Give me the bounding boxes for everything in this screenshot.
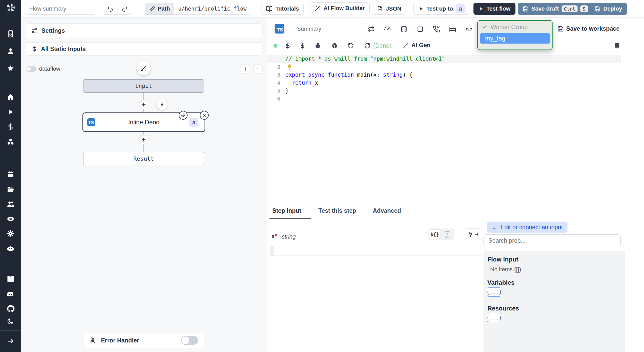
- ai-wand-button[interactable]: [137, 61, 151, 75]
- deploy-label: Deploy: [603, 5, 622, 12]
- sidebar-expand-icon[interactable]: [0, 335, 21, 347]
- sidebar-item-workers[interactable]: [0, 243, 21, 254]
- variables-object-chip[interactable]: {...}: [487, 287, 501, 297]
- sleep-bed-icon[interactable]: [449, 26, 456, 33]
- runtime-label[interactable]: (Deno): [373, 42, 391, 49]
- sidebar-item-resources[interactable]: [0, 136, 21, 148]
- variable-picker-icon[interactable]: [284, 42, 291, 49]
- all-static-inputs-label: All Static Inputs: [41, 46, 86, 53]
- editor-lang-badge: TS: [275, 24, 284, 34]
- all-static-inputs-row[interactable]: All Static Inputs: [26, 42, 262, 56]
- step-node-label: Inline Deno: [128, 119, 159, 126]
- sidebar-item-home[interactable]: [0, 91, 21, 103]
- flow-summary-input[interactable]: [25, 3, 95, 15]
- windmill-logo-icon[interactable]: [0, 2, 21, 13]
- package-icon[interactable]: [331, 42, 338, 49]
- input-mode-toggle: ${} ƒ: [428, 228, 454, 240]
- trigger-button[interactable]: [157, 99, 167, 110]
- sidebar-item-folders[interactable]: [0, 184, 21, 195]
- sidebar-item-workspace[interactable]: [0, 28, 21, 39]
- cache-database-icon[interactable]: [400, 26, 408, 33]
- add-step-button[interactable]: [139, 135, 148, 144]
- tab-step-input[interactable]: Step Input: [272, 207, 301, 214]
- script-library-icon[interactable]: [613, 42, 620, 49]
- move-step-button[interactable]: [179, 111, 188, 120]
- flow-input-empty: No items ([]): [490, 266, 521, 273]
- package-icon[interactable]: [315, 42, 321, 49]
- wand-sparkles-icon: [403, 42, 409, 48]
- result-node[interactable]: Result: [83, 152, 204, 165]
- delete-step-button[interactable]: [200, 111, 209, 120]
- suspend-phone-icon[interactable]: [433, 26, 440, 33]
- test-up-to-button[interactable]: Test up to a: [413, 3, 470, 15]
- template-mode-button[interactable]: ${}: [429, 230, 441, 239]
- function-mode-button[interactable]: ƒ: [441, 230, 453, 239]
- error-handler-row[interactable]: Error Handler: [83, 333, 204, 348]
- sidebar-item-docs[interactable]: [0, 273, 21, 285]
- resources-object-chip[interactable]: {...}: [487, 313, 501, 322]
- step-summary-input[interactable]: [293, 23, 362, 35]
- tutorials-button[interactable]: Tutorials: [261, 3, 304, 15]
- early-stop-icon[interactable]: [417, 26, 424, 33]
- search-prop-input[interactable]: [484, 234, 621, 247]
- path-control[interactable]: Path u/henri/prolific_flow: [145, 3, 251, 15]
- retry-icon[interactable]: [368, 26, 375, 33]
- json-button[interactable]: JSON: [372, 3, 406, 15]
- zoom-in-button[interactable]: +: [241, 64, 250, 73]
- reset-rotate-icon[interactable]: [347, 42, 354, 49]
- sidebar-item-settings[interactable]: [0, 228, 21, 239]
- refresh-runtime-icon[interactable]: [364, 42, 371, 49]
- concurrency-gauge-icon[interactable]: [384, 26, 391, 33]
- mock-voicemail-icon[interactable]: [465, 26, 473, 33]
- save-draft-label: Save draft: [531, 5, 559, 12]
- path-edit-button[interactable]: Path: [145, 3, 174, 14]
- sidebar-item-github[interactable]: [0, 303, 21, 314]
- sidebar-item-user[interactable]: [0, 45, 21, 57]
- flow-settings-row[interactable]: Settings: [26, 23, 262, 38]
- undo-button[interactable]: [103, 3, 117, 14]
- sidebar-item-discord[interactable]: [0, 289, 21, 300]
- sidebar-item-audit-logs[interactable]: [0, 213, 21, 225]
- tab-test-this-step[interactable]: Test this step: [318, 207, 356, 214]
- arrow-right-icon: [474, 232, 479, 237]
- resource-picker-icon[interactable]: [299, 42, 306, 49]
- sidebar-item-schedules[interactable]: [0, 169, 21, 180]
- tab-advanced[interactable]: Advanced: [373, 207, 401, 214]
- sidebar-item-groups[interactable]: [0, 199, 21, 210]
- edit-or-connect-chip[interactable]: ← Edit or connect an input: [487, 222, 567, 233]
- save-draft-button[interactable]: Save draft Ctrl S: [518, 3, 593, 15]
- close-icon: [202, 113, 207, 118]
- sidebar-item-runs[interactable]: [0, 106, 21, 118]
- book-open-icon: [266, 6, 273, 12]
- input-node[interactable]: Input: [83, 79, 204, 93]
- add-step-button[interactable]: [139, 100, 148, 109]
- path-value[interactable]: u/henri/prolific_flow: [174, 3, 251, 14]
- sidebar-item-favorites[interactable]: [0, 63, 21, 74]
- test-flow-button[interactable]: Test flow: [473, 3, 515, 15]
- zoom-out-button[interactable]: −: [253, 64, 262, 73]
- ai-flow-builder-button[interactable]: AI Flow Builder: [310, 2, 370, 14]
- topbar: Path u/henri/prolific_flow Tutorials AI …: [21, 0, 644, 18]
- lightbulb-icon[interactable]: [286, 64, 293, 70]
- resources-title: Resources: [487, 305, 519, 312]
- redo-button[interactable]: [117, 3, 132, 14]
- error-handler-toggle[interactable]: [181, 336, 198, 345]
- code-editor[interactable]: // import * as wmill from "npm:windmill-…: [285, 55, 621, 103]
- save-to-workspace-button[interactable]: Save to workspace: [557, 25, 620, 32]
- sidebar-item-variables[interactable]: [0, 121, 21, 133]
- worker-group-dropdown[interactable]: ✓ Worker Group my_tag: [477, 20, 553, 50]
- sidebar-divider: [0, 18, 21, 18]
- ai-gen-button[interactable]: AI Gen: [403, 42, 430, 49]
- plug-icon: [468, 232, 473, 237]
- deploy-button[interactable]: Deploy: [590, 3, 627, 15]
- field-value-input[interactable]: [270, 246, 482, 256]
- dataflow-toggle[interactable]: [26, 66, 36, 72]
- play-icon: [418, 6, 423, 11]
- worker-group-option[interactable]: ✓ Worker Group: [480, 24, 550, 31]
- worker-tag-option-selected[interactable]: my_tag: [480, 33, 550, 44]
- connect-input-button[interactable]: [465, 228, 482, 240]
- dataflow-label: dataflow: [39, 66, 60, 72]
- sidebar-item-dark-mode[interactable]: [0, 316, 21, 327]
- code-line-numbers: 123456: [267, 55, 280, 103]
- sidebar-divider: [0, 82, 21, 82]
